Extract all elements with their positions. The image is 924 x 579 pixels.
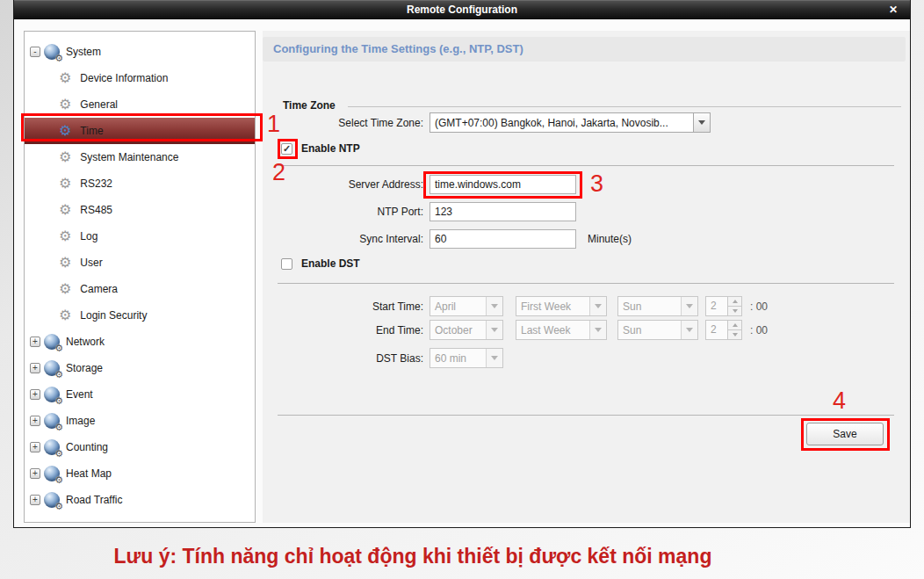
sidebar-item-storage[interactable]: + ⚙ Storage [25,355,255,381]
dropdown-button [486,297,502,315]
start-minute-suffix: : 00 [750,300,768,313]
chevron-down-icon [491,328,498,332]
end-week-value: Last Week [516,324,589,337]
end-hour-spinner: 2 [705,320,742,340]
chevron-down-icon [733,309,738,313]
chevron-down-icon [595,328,602,332]
sidebar-item-label: Login Security [80,309,147,322]
server-address-input[interactable] [430,175,576,194]
gear-icon: ⚙ [59,282,71,296]
gear-icon: ⚙ [54,422,63,433]
sidebar-item-label: General [80,98,118,111]
expand-toggle-icon[interactable]: + [30,442,40,452]
checkmark-icon: ✓ [283,143,291,154]
end-week-select: Last Week [516,320,607,340]
start-month-value: April [430,300,486,313]
dropdown-button [486,321,502,339]
sidebar-item-label: Counting [66,441,108,453]
dropdown-button[interactable] [693,113,710,132]
sidebar-item-road-traffic[interactable]: + ⚙ Road Traffic [25,487,255,513]
dropdown-button [589,321,606,339]
start-week-select: First Week [516,296,607,316]
end-hour-value: 2 [705,320,728,340]
end-day-value: Sun [618,324,681,337]
gear-icon: ⚙ [54,53,63,64]
gear-icon: ⚙ [59,256,71,270]
gear-icon: ⚙ [59,150,71,164]
ntp-port-input[interactable] [430,202,576,221]
time-zone-select[interactable]: (GMT+07:00) Bangkok, Hanoi, Jakarta, Nov… [430,112,711,133]
sync-interval-input[interactable] [430,229,576,249]
sidebar-item-system[interactable]: - ⚙ System [25,39,255,65]
sidebar-item-image[interactable]: + ⚙ Image [25,408,255,434]
sidebar-item-label: Network [66,336,105,348]
sidebar-item-label: System Maintenance [80,151,178,163]
spin-up-button [728,320,742,330]
collapse-toggle-icon[interactable]: - [30,47,40,57]
sidebar-item-system-maintenance[interactable]: ⚙ System Maintenance [25,144,255,170]
sidebar-item-event[interactable]: + ⚙ Event [25,381,255,408]
sync-interval-label: Sync Interval: [278,233,430,245]
expand-toggle-icon[interactable]: + [30,337,40,347]
start-day-select: Sun [617,296,698,316]
sidebar-item-label: RS232 [80,177,112,190]
chevron-down-icon [595,304,602,308]
divider [278,165,894,166]
gear-icon: ⚙ [59,203,71,217]
sidebar-item-label: System [66,46,101,58]
expand-toggle-icon[interactable]: + [30,468,40,479]
chevron-down-icon [686,304,693,308]
enable-dst-label: Enable DST [301,257,360,270]
server-address-row: Server Address: [278,175,576,194]
sidebar-item-rs232[interactable]: ⚙ RS232 [25,170,255,197]
sidebar-item-time[interactable]: ⚙ Time [25,118,255,144]
start-week-value: First Week [516,300,589,313]
sidebar-item-network[interactable]: + ⚙ Network [25,329,255,355]
dropdown-button [681,321,697,339]
dropdown-button [589,297,606,315]
sidebar-item-camera[interactable]: ⚙ Camera [25,276,255,302]
sidebar-item-general[interactable]: ⚙ General [25,91,255,118]
chevron-down-icon [733,333,738,337]
dst-end-time-row: End Time: October Last Week Sun 2 : 00 [278,320,768,340]
dst-bias-row: DST Bias: 60 min [278,348,503,368]
sidebar-item-counting[interactable]: + ⚙ Counting [25,434,255,460]
end-month-value: October [430,324,486,337]
start-month-select: April [430,296,503,316]
chevron-down-icon [491,356,498,360]
enable-dst-checkbox[interactable] [281,258,292,270]
globe-icon: ⚙ [44,492,60,508]
spin-up-button [728,296,742,307]
end-month-select: October [430,320,503,340]
sidebar-item-label: Time [80,125,103,137]
sidebar-item-label: User [80,257,102,269]
chevron-up-icon [733,300,738,303]
select-time-zone-row: Select Time Zone: (GMT+07:00) Bangkok, H… [278,112,711,133]
gear-icon: ⚙ [59,98,71,112]
expand-toggle-icon[interactable]: + [30,389,40,400]
config-tree-sidebar: - ⚙ System ⚙ Device Information ⚙ Genera… [24,31,256,523]
sidebar-item-user[interactable]: ⚙ User [25,250,255,276]
sidebar-item-login-security[interactable]: ⚙ Login Security [25,302,255,329]
enable-ntp-checkbox[interactable]: ✓ [281,143,292,155]
sidebar-item-log[interactable]: ⚙ Log [25,223,255,250]
expand-toggle-icon[interactable]: + [30,495,40,505]
save-button[interactable]: Save [806,423,884,445]
sidebar-item-heat-map[interactable]: + ⚙ Heat Map [25,460,255,487]
close-icon[interactable]: ✕ [889,3,898,17]
section-divider [348,106,901,107]
divider [278,283,894,284]
dropdown-button [681,297,697,315]
sidebar-item-label: Road Traffic [66,494,122,506]
expand-toggle-icon[interactable]: + [30,363,40,373]
chevron-up-icon [733,323,738,327]
sidebar-item-rs485[interactable]: ⚙ RS485 [25,197,255,223]
gear-icon: ⚙ [59,308,71,322]
chevron-down-icon [686,328,693,332]
spin-down-button [728,330,742,340]
sidebar-item-device-information[interactable]: ⚙ Device Information [25,65,255,91]
end-time-label: End Time: [278,324,430,337]
gear-icon: ⚙ [59,229,71,243]
start-hour-spinner: 2 [705,296,742,316]
expand-toggle-icon[interactable]: + [30,416,40,426]
